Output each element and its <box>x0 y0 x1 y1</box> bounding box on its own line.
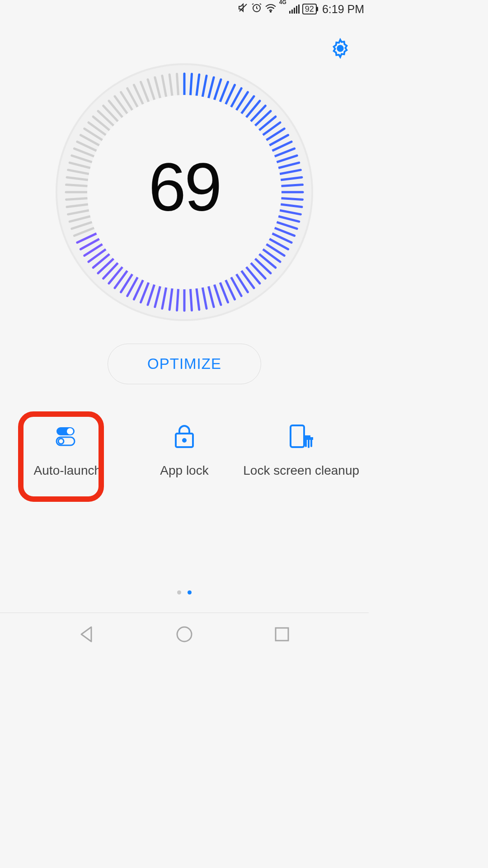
svg-line-55 <box>177 286 178 311</box>
svg-point-109 <box>183 439 186 442</box>
svg-rect-111 <box>305 437 313 440</box>
svg-line-41 <box>253 256 271 274</box>
mute-icon <box>238 2 249 16</box>
back-button[interactable] <box>76 623 98 645</box>
svg-point-3 <box>338 46 343 51</box>
svg-line-31 <box>277 204 302 207</box>
status-bar: 4G 92 6:19 PM <box>0 0 369 18</box>
svg-line-51 <box>202 284 206 308</box>
home-button[interactable] <box>174 623 195 645</box>
svg-point-105 <box>67 428 73 434</box>
svg-line-40 <box>256 252 275 268</box>
svg-line-39 <box>260 247 280 262</box>
tile-label: App lock <box>160 463 208 478</box>
svg-line-33 <box>275 215 299 222</box>
svg-line-30 <box>278 198 303 199</box>
toggles-icon <box>49 423 85 450</box>
network-type-label: 4G <box>279 0 286 5</box>
svg-line-44 <box>239 268 254 288</box>
svg-line-50 <box>207 283 214 307</box>
wifi-icon <box>265 3 277 15</box>
svg-line-53 <box>190 286 192 311</box>
svg-line-28 <box>278 185 303 186</box>
svg-line-26 <box>276 170 300 175</box>
tile-label: Lock screen cleanup <box>243 463 359 478</box>
signal-icon <box>289 5 300 14</box>
tile-app-lock[interactable]: App lock <box>128 423 241 478</box>
phone-broom-icon <box>283 423 319 450</box>
page-indicator[interactable] <box>177 590 192 594</box>
phone-manager-screen: 69 OPTIMIZE Auto-launch <box>0 18 369 613</box>
battery-icon: 92 <box>302 4 317 14</box>
alarm-icon <box>251 2 262 16</box>
svg-line-25 <box>275 163 299 169</box>
battery-percent: 92 <box>305 5 314 14</box>
svg-point-107 <box>58 439 64 444</box>
tile-auto-launch[interactable]: Auto-launch <box>11 423 124 478</box>
health-score-value: 69 <box>149 148 221 226</box>
svg-rect-110 <box>291 425 304 447</box>
svg-line-57 <box>162 284 167 308</box>
recent-apps-button[interactable] <box>271 623 293 645</box>
svg-line-43 <box>244 264 260 283</box>
svg-line-27 <box>277 177 302 180</box>
settings-button[interactable] <box>330 38 351 59</box>
svg-point-2 <box>270 11 271 12</box>
system-nav-bar <box>0 613 369 656</box>
tile-label: Auto-launch <box>34 463 101 478</box>
status-clock: 6:19 PM <box>322 3 364 16</box>
svg-line-42 <box>249 260 266 278</box>
feature-tiles: Auto-launch App lock <box>0 423 369 478</box>
optimize-button[interactable]: OPTIMIZE <box>108 344 261 384</box>
optimize-button-label: OPTIMIZE <box>147 355 221 372</box>
page-dot[interactable] <box>177 590 181 594</box>
svg-line-58 <box>155 283 161 307</box>
svg-line-32 <box>276 210 300 214</box>
svg-point-112 <box>177 627 192 642</box>
svg-line-52 <box>196 285 199 310</box>
svg-rect-113 <box>276 628 288 641</box>
lock-icon <box>166 423 202 450</box>
svg-line-56 <box>169 285 173 310</box>
health-score-gauge[interactable]: 69 <box>56 63 313 321</box>
page-dot[interactable] <box>188 590 192 594</box>
tile-lock-screen-cleanup[interactable]: Lock screen cleanup <box>245 423 358 478</box>
